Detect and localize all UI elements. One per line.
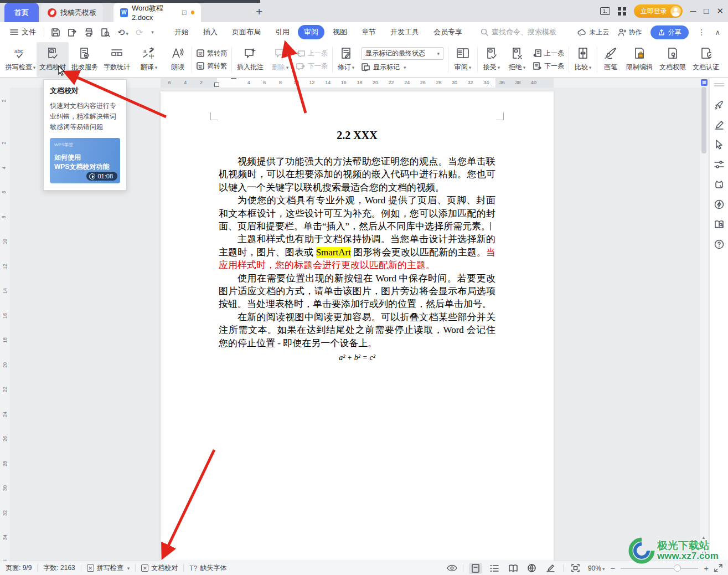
view-outline-icon[interactable] <box>488 563 501 574</box>
track-changes-button[interactable]: 修订▾ <box>334 42 358 77</box>
zoom-out-icon[interactable]: − <box>610 563 615 573</box>
fullscreen-icon[interactable] <box>714 564 722 572</box>
export-icon[interactable] <box>68 28 77 37</box>
new-tab-button[interactable]: + <box>256 6 262 18</box>
tooltip-video-card[interactable]: WPS学堂 如何使用 WPS文档校对功能 01:08 <box>50 138 120 183</box>
monitor-icon[interactable]: ⊡ <box>182 9 187 17</box>
accept-button[interactable]: 接受▾ <box>479 42 504 77</box>
print-icon[interactable] <box>84 28 94 37</box>
insert-comment-button[interactable]: 插入批注 <box>233 42 267 77</box>
file-menu-button[interactable]: 文件 <box>0 27 44 37</box>
restore-window-icon[interactable]: 1. <box>600 7 610 15</box>
view-ink-icon[interactable] <box>544 563 557 574</box>
command-search[interactable]: 查找命令、搜索模板 <box>481 27 556 37</box>
more-options-icon[interactable]: ⋮ <box>698 28 706 37</box>
compare-button[interactable]: 比较▾ <box>570 42 596 77</box>
rocket-assistant-icon[interactable] <box>714 99 725 110</box>
status-missing-font[interactable]: T? 缺失字体 <box>184 563 232 573</box>
reference-book-icon[interactable] <box>714 219 725 230</box>
ruler-number: 4 <box>247 80 250 85</box>
select-browse-object-icon[interactable] <box>702 552 706 556</box>
simp-to-trad-button[interactable]: 繁 简转繁 <box>197 61 227 71</box>
scrollbar-thumb[interactable] <box>701 87 706 153</box>
word-count-indicator[interactable]: 字数: 2163 <box>38 563 80 573</box>
status-spell-check[interactable]: ✕ 拼写检查▾ <box>81 563 136 573</box>
next-change-button[interactable]: 下一条 <box>533 61 564 71</box>
menu-insert[interactable]: 插入 <box>197 25 224 39</box>
first-line-indent-marker[interactable] <box>231 79 236 83</box>
share-button[interactable]: 分享 <box>650 25 689 39</box>
delete-comment-button[interactable]: 删除▾ <box>267 42 293 77</box>
next-comment-button[interactable]: 下一条 <box>296 61 328 71</box>
redo-button[interactable]: ⟳ <box>136 27 143 38</box>
correction-service-button[interactable]: 批改服务 <box>69 42 101 77</box>
doc-permission-button[interactable]: 文档权限 <box>656 42 689 77</box>
menu-developer[interactable]: 开发工具 <box>384 25 425 39</box>
view-page-icon[interactable] <box>469 563 482 574</box>
apps-grid-icon[interactable] <box>618 7 626 16</box>
view-read-icon[interactable] <box>507 563 520 574</box>
menu-member[interactable]: 会员专享 <box>427 25 468 39</box>
vertical-scrollbar[interactable]: ▲ ▲ ▼ <box>700 78 708 561</box>
collapse-ribbon-icon[interactable]: ∧ <box>715 28 720 37</box>
spell-check-button[interactable]: abc 拼写检查▾ <box>4 42 37 77</box>
next-page-icon[interactable]: ▼ <box>701 556 706 561</box>
vertical-ruler[interactable]: 22468101214161820222426283032343638 <box>0 78 10 561</box>
prev-page-icon[interactable]: ▲ <box>701 535 706 540</box>
read-aloud-button[interactable]: 朗读 <box>165 42 190 77</box>
review-pane-button[interactable]: 审阅▾ <box>450 42 476 77</box>
document-page[interactable]: 2.2 XXX 视频提供了功能强大的方法帮助您证明您的观点。当您单击联机视频时，… <box>161 91 554 561</box>
zoom-slider-thumb[interactable] <box>674 564 681 572</box>
tab-template-store[interactable]: 找稿壳模板 <box>41 3 103 22</box>
markup-state-select[interactable]: 显示标记的最终状态 ▾ <box>362 47 443 60</box>
prev-comment-button[interactable]: 上一条 <box>296 49 328 58</box>
menu-references[interactable]: 引用 <box>269 25 296 39</box>
doc-auth-button[interactable]: 文档认证 <box>689 42 722 77</box>
tab-home[interactable]: 首页 <box>4 3 39 22</box>
menu-home[interactable]: 开始 <box>168 25 195 39</box>
tab-document-label: Word教程2.docx <box>132 3 178 22</box>
quick-access-more-icon[interactable]: ▾ <box>151 29 154 35</box>
restrict-edit-button[interactable]: 限制编辑 <box>623 42 656 77</box>
print-preview-icon[interactable] <box>101 28 110 37</box>
brush-button[interactable]: 画笔 <box>598 42 623 77</box>
translate-button[interactable]: a中 翻译▾ <box>133 42 165 77</box>
menu-section[interactable]: 章节 <box>355 25 382 39</box>
prev-change-button[interactable]: 上一条 <box>533 49 564 58</box>
menu-review[interactable]: 审阅 <box>298 25 324 39</box>
show-markup-button[interactable]: 显示标记▾ <box>362 63 443 72</box>
zoom-in-icon[interactable]: + <box>704 563 709 573</box>
reject-button[interactable]: 拒绝▾ <box>504 42 530 77</box>
save-icon[interactable] <box>51 28 60 37</box>
tab-document[interactable]: W Word教程2.docx ⊡ <box>113 3 201 22</box>
document-body[interactable]: 2.2 XXX 视频提供了功能强大的方法帮助您证明您的观点。当您单击联机视频时，… <box>219 129 495 362</box>
select-cursor-icon[interactable] <box>714 139 725 150</box>
menu-page-layout[interactable]: 页面布局 <box>226 25 267 39</box>
ruler-toggle-icon[interactable]: ▦ <box>701 79 708 86</box>
sidebar-drag-handle[interactable] <box>714 83 724 84</box>
right-indent-marker[interactable] <box>487 83 492 87</box>
left-indent-marker[interactable] <box>214 83 219 87</box>
cloud-status[interactable]: 未上云 <box>577 28 609 37</box>
word-count-button[interactable]: 字数统计 <box>101 42 133 77</box>
trad-to-simp-button[interactable]: 简 繁转简 <box>197 49 227 58</box>
status-doc-proofread[interactable]: ✕ 文档校对 <box>136 563 183 573</box>
collaborate-button[interactable]: 协作 <box>618 28 642 37</box>
menu-view[interactable]: 视图 <box>327 25 353 39</box>
minimize-button[interactable]: ─ <box>690 7 696 16</box>
zoom-percent[interactable]: 90%▾ <box>588 564 605 572</box>
mascot-tool-icon[interactable] <box>714 179 725 190</box>
fit-page-icon[interactable] <box>569 563 582 574</box>
login-button[interactable]: 立即登录 <box>634 4 683 18</box>
signature-pen-icon[interactable] <box>714 119 725 130</box>
smart-lightning-icon[interactable] <box>714 199 725 210</box>
maximize-button[interactable]: □ <box>704 7 709 16</box>
doc-proofread-button[interactable]: a- 文档校对 <box>37 42 69 77</box>
close-button[interactable]: ✕ <box>716 7 724 16</box>
eye-protect-icon[interactable] <box>447 564 457 572</box>
zoom-slider[interactable] <box>621 568 698 569</box>
view-web-icon[interactable] <box>525 563 539 574</box>
undo-button[interactable]: ⟲▾ <box>117 27 128 38</box>
help-icon[interactable] <box>714 239 725 250</box>
settings-sliders-icon[interactable] <box>714 159 725 170</box>
